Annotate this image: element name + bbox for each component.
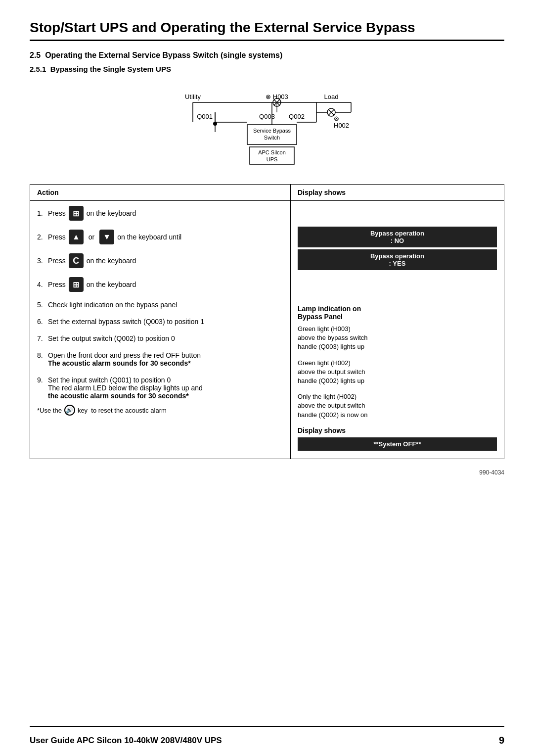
page-footer: User Guide APC Silcon 10-40kW 208V/480V …: [30, 726, 504, 756]
footer-title: User Guide APC Silcon 10-40kW 208V/480V …: [30, 736, 222, 746]
page-title: Stop/Start UPS and Operating the Externa…: [30, 20, 504, 41]
doc-number: 990-4034: [30, 469, 504, 476]
page: Stop/Start UPS and Operating the Externa…: [0, 0, 534, 756]
subsection-title: 2.5.1 Bypassing the Single System UPS: [30, 65, 504, 73]
svg-text:UPS: UPS: [267, 156, 278, 162]
action-9: 9. Set the input switch (Q001) to positi…: [37, 376, 283, 400]
section-title: 2.5 Operating the External Service Bypas…: [30, 51, 504, 60]
action-1: 1. Press ⊞ on the keyboard: [37, 206, 283, 221]
action-2: 2. Press ▲ or ▼ on the keyboard until: [37, 230, 283, 244]
page-header: Stop/Start UPS and Operating the Externa…: [30, 0, 504, 85]
svg-text:⊗ H003: ⊗ H003: [266, 93, 288, 100]
display-column: Bypass operation : NO Bypass operation :…: [291, 201, 504, 459]
svg-text:Switch: Switch: [264, 135, 280, 141]
action-table: Action Display shows 1. Press ⊞ on the k…: [30, 184, 504, 459]
table-body: 1. Press ⊞ on the keyboard 2. Press ▲ or…: [30, 201, 504, 459]
key-down-icon: ▼: [99, 230, 114, 244]
svg-text:⊗: ⊗: [334, 115, 339, 122]
action-5: 5. Check light indication on the bypass …: [37, 301, 283, 309]
display-text-7: Only the light (H002)above the output sw…: [298, 392, 497, 420]
svg-text:H002: H002: [334, 122, 349, 129]
action-4: 4. Press ⊞ on the keyboard: [37, 277, 283, 292]
key-menu-icon-4: ⊞: [69, 277, 84, 292]
sound-icon: 🔊: [64, 405, 75, 416]
lamp-header: Lamp indication onBypass Panel: [298, 305, 497, 321]
system-off-badge: **System OFF**: [298, 437, 497, 451]
svg-point-32: [213, 122, 217, 126]
bypass-no-badge: Bypass operation : NO: [298, 227, 497, 247]
svg-text:Service Bypass: Service Bypass: [253, 128, 291, 134]
header-display: Display shows: [291, 185, 504, 200]
svg-text:Load: Load: [324, 93, 339, 100]
key-up-icon: ▲: [69, 230, 84, 244]
bypass-yes-badge: Bypass operation : YES: [298, 249, 497, 270]
header-action: Action: [30, 185, 291, 200]
table-header: Action Display shows: [30, 185, 504, 201]
footer-page: 9: [499, 735, 504, 746]
svg-text:Q003: Q003: [259, 113, 275, 120]
display-shows-header: Display shows: [298, 426, 497, 434]
svg-text:Utility: Utility: [185, 93, 201, 100]
action-3: 3. Press C on the keyboard: [37, 253, 283, 268]
action-7: 7. Set the output switch (Q002) to posit…: [37, 334, 283, 342]
svg-text:APC Silcon: APC Silcon: [258, 149, 286, 155]
diagram: Utility Load ⊗ H003 Q001 Q003 Q002 ⊗ H00…: [30, 85, 504, 174]
actions-column: 1. Press ⊞ on the keyboard 2. Press ▲ or…: [30, 201, 291, 459]
key-menu-icon-1: ⊞: [69, 206, 84, 221]
action-6: 6. Set the external bypass switch (Q003)…: [37, 318, 283, 326]
display-text-5: Green light (H003)above the bypass switc…: [298, 325, 497, 352]
display-text-6: Green light (H002)above the output switc…: [298, 359, 497, 386]
action-8: 8. Open the front door and press the red…: [37, 351, 283, 367]
svg-text:Q001: Q001: [197, 113, 213, 120]
svg-text:Q002: Q002: [289, 113, 305, 120]
footnote: *Use the 🔊 key to reset the acoustic ala…: [37, 405, 283, 416]
key-c-icon: C: [69, 253, 84, 268]
